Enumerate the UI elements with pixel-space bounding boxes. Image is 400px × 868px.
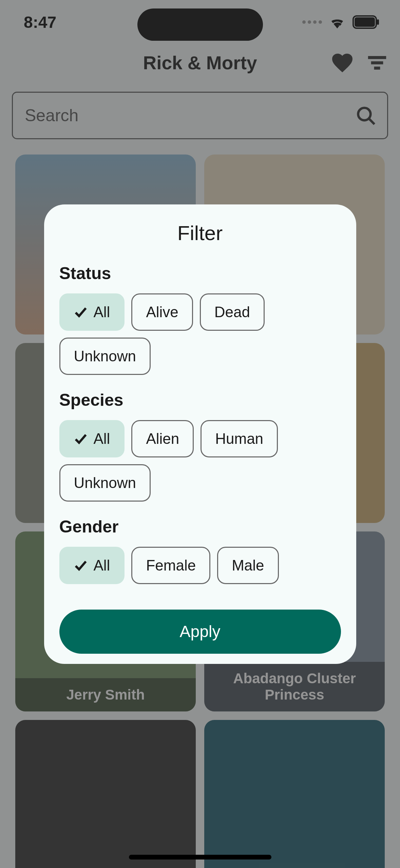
- filter-section-gender: Gender All Female Male: [59, 517, 341, 584]
- chip-label: All: [94, 557, 110, 574]
- filter-section-species: Species All Alien Human Unknown: [59, 390, 341, 502]
- chip-label: Human: [215, 430, 263, 447]
- gender-chips: All Female Male: [59, 547, 341, 584]
- chip-species-all[interactable]: All: [59, 420, 125, 457]
- chip-label: Alien: [146, 430, 179, 447]
- modal-title: Filter: [59, 221, 341, 245]
- chip-label: Dead: [214, 304, 250, 321]
- chip-status-unknown[interactable]: Unknown: [59, 338, 151, 375]
- chip-status-alive[interactable]: Alive: [131, 293, 193, 331]
- filter-modal: Filter Status All Alive Dead Unknown: [44, 204, 356, 664]
- chip-label: Female: [146, 557, 196, 574]
- chip-species-human[interactable]: Human: [201, 420, 278, 457]
- status-chips: All Alive Dead Unknown: [59, 293, 341, 375]
- chip-label: Unknown: [74, 348, 136, 365]
- apply-button[interactable]: Apply: [59, 610, 341, 654]
- check-icon: [74, 559, 88, 572]
- chip-status-all[interactable]: All: [59, 293, 125, 331]
- chip-species-alien[interactable]: Alien: [131, 420, 194, 457]
- filter-section-status: Status All Alive Dead Unknown: [59, 264, 341, 375]
- chip-label: Male: [232, 557, 264, 574]
- check-icon: [74, 305, 88, 319]
- chip-label: All: [94, 304, 110, 321]
- modal-overlay[interactable]: Filter Status All Alive Dead Unknown: [0, 0, 400, 868]
- home-indicator[interactable]: [129, 855, 271, 860]
- filter-label-gender: Gender: [59, 517, 341, 537]
- chip-label: Unknown: [74, 474, 136, 491]
- filter-label-species: Species: [59, 390, 341, 410]
- chip-label: Alive: [146, 304, 178, 321]
- chip-status-dead[interactable]: Dead: [200, 293, 265, 331]
- chip-species-unknown[interactable]: Unknown: [59, 464, 151, 502]
- species-chips: All Alien Human Unknown: [59, 420, 341, 502]
- check-icon: [74, 432, 88, 446]
- chip-gender-female[interactable]: Female: [131, 547, 210, 584]
- filter-label-status: Status: [59, 264, 341, 283]
- chip-gender-all[interactable]: All: [59, 547, 125, 584]
- chip-gender-male[interactable]: Male: [217, 547, 279, 584]
- chip-label: All: [94, 430, 110, 447]
